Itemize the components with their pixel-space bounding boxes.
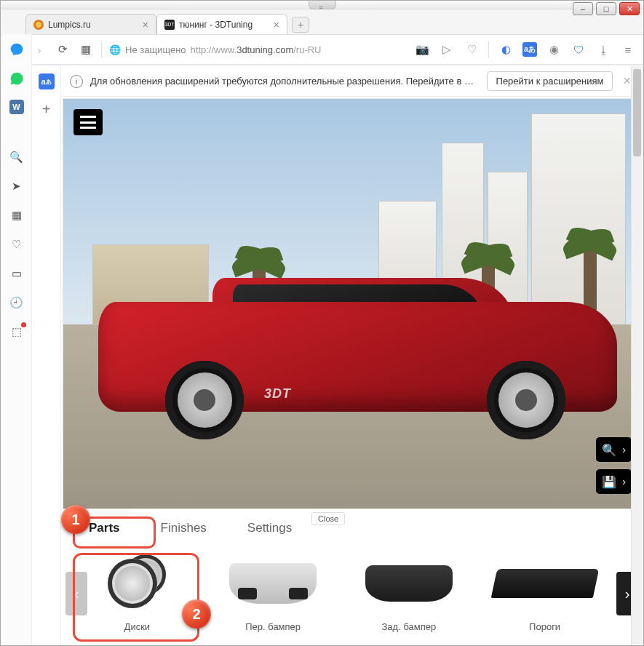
bookmarks-icon[interactable]: ♡: [9, 236, 25, 252]
browser-tabs: Lumpics.ru × 3DT тюнинг - 3DTuning × +: [1, 9, 643, 34]
parts-tabs: Parts Finishes Settings: [68, 509, 643, 543]
adblock-icon[interactable]: 🛡: [571, 41, 587, 57]
translate-icon[interactable]: aあ: [522, 42, 537, 57]
snapshot-icon[interactable]: 📷: [414, 41, 430, 57]
rear-bumper-thumb: [344, 546, 474, 620]
easy-setup-icon[interactable]: ≡: [620, 41, 636, 57]
add-panel-button[interactable]: +: [42, 101, 51, 118]
skirt-thumb: [480, 546, 610, 620]
opera-sidebar: W 🔍 ➤ ▦ ♡ ▭ 🕘 ⬚: [1, 34, 32, 645]
globe-icon: 🌐: [109, 44, 121, 55]
nav-forward-button[interactable]: ›: [31, 41, 47, 57]
part-item-side-skirts[interactable]: Пороги: [479, 546, 611, 637]
speed-dial-icon[interactable]: ▦: [9, 207, 25, 223]
extension-notice-bar: i Для обновления расширений требуются до…: [61, 66, 643, 97]
goto-extensions-button[interactable]: Перейти к расширениям: [487, 71, 613, 91]
page-content: i Для обновления расширений требуются до…: [61, 66, 643, 645]
window-close-button[interactable]: ✕: [619, 2, 640, 15]
close-tooltip: Close: [311, 512, 345, 525]
vk-icon[interactable]: W: [9, 100, 24, 114]
reload-button[interactable]: ⟳: [55, 41, 71, 57]
car-wheel-rear: [487, 361, 565, 439]
whatsapp-icon[interactable]: [9, 71, 25, 87]
callout-1: 1: [61, 505, 90, 534]
address-bar[interactable]: 🌐 Не защищено http://www.3dtuning.com/ru…: [109, 44, 407, 55]
info-icon: i: [70, 75, 83, 88]
part-item-front-bumper[interactable]: Пер. бампер: [207, 546, 339, 637]
car-wheel-front: [165, 361, 244, 439]
vertical-scrollbar[interactable]: [631, 66, 643, 645]
front-bumper-thumb: [208, 546, 338, 620]
opera-menu-handle[interactable]: [309, 1, 336, 9]
part-item-wheels[interactable]: Диски: [71, 546, 203, 637]
security-status: Не защищено: [125, 44, 186, 55]
zoom-in-icon: 🔍: [602, 443, 616, 457]
history-icon[interactable]: 🕘: [9, 295, 25, 311]
toolbar-actions: 📷 ▷ ♡ ◐ aあ ◉ 🛡 ⭳ ≡: [414, 41, 636, 57]
new-tab-button[interactable]: +: [292, 17, 309, 33]
window-maximize-button[interactable]: □: [596, 2, 616, 15]
browser-toolbar: ‹ › ⟳ ▦ 🌐 Не защищено http://www.3dtunin…: [1, 34, 643, 65]
heart-icon[interactable]: ♡: [464, 41, 480, 57]
url-text: http://www.3dtuning.com/ru-RU: [191, 44, 322, 55]
separator: [101, 41, 102, 57]
browser-tab-lumpics[interactable]: Lumpics.ru ×: [25, 14, 156, 34]
tab-finishes[interactable]: Finishes: [140, 514, 227, 543]
notice-text: Для обновления расширений требуются допо…: [90, 76, 480, 87]
favicon-icon: 3DT: [164, 20, 175, 30]
close-icon[interactable]: ×: [274, 19, 279, 31]
search-icon[interactable]: 🔍: [9, 149, 25, 165]
tab-title: Lumpics.ru: [48, 20, 138, 30]
vpn-icon[interactable]: ◐: [498, 41, 514, 57]
save-icon: 💾: [602, 475, 616, 489]
extension-icon[interactable]: ◉: [546, 41, 562, 57]
favicon-icon: [33, 20, 44, 30]
extensions-cube-icon[interactable]: ⬚: [9, 324, 25, 340]
titlebar[interactable]: – □ ✕: [1, 1, 643, 9]
part-label: Пер. бампер: [245, 621, 301, 632]
chevron-right-icon: ›: [622, 476, 626, 487]
parts-carousel: ‹ Диски Пер. бампер Зад. бампер: [61, 543, 643, 645]
viewer-menu-button[interactable]: [73, 109, 103, 135]
carousel-prev-button[interactable]: ‹: [65, 572, 87, 615]
part-item-rear-bumper[interactable]: Зад. бампер: [343, 546, 475, 637]
callout-2: 2: [182, 599, 211, 629]
car-viewer[interactable]: 3DT 🔍 › 💾 ›: [63, 98, 641, 509]
news-icon[interactable]: ▭: [9, 266, 25, 282]
speed-dial-button[interactable]: ▦: [78, 41, 94, 57]
messenger-icon[interactable]: [9, 41, 25, 57]
part-label: Зад. бампер: [382, 621, 437, 632]
part-label: Пороги: [529, 621, 560, 632]
zoom-button[interactable]: 🔍 ›: [596, 437, 632, 462]
translate-badge-icon[interactable]: aあ: [39, 73, 55, 89]
scrollbar-thumb[interactable]: [633, 69, 641, 156]
separator: [488, 41, 489, 57]
page-mini-sidebar: aあ +: [32, 66, 61, 645]
download-icon[interactable]: ⭳: [595, 41, 611, 57]
app-window: – □ ✕ Lumpics.ru × 3DT тюнинг - 3DTuning…: [0, 0, 644, 646]
window-minimize-button[interactable]: –: [573, 2, 593, 15]
part-label: Диски: [124, 621, 151, 632]
browser-tab-3dtuning[interactable]: 3DT тюнинг - 3DTuning ×: [156, 14, 287, 34]
parts-panel: Parts Finishes Settings Close ‹ Диски Пе…: [61, 509, 643, 645]
tab-title: тюнинг - 3DTuning: [179, 20, 269, 30]
watermark-logo: 3DT: [264, 386, 291, 402]
cast-icon[interactable]: ▷: [439, 41, 455, 57]
close-icon[interactable]: ×: [143, 19, 148, 31]
flow-icon[interactable]: ➤: [9, 178, 25, 194]
save-button[interactable]: 💾 ›: [596, 469, 632, 494]
chevron-right-icon: ›: [622, 444, 626, 455]
car-model[interactable]: 3DT: [98, 271, 618, 442]
tab-settings[interactable]: Settings: [227, 514, 312, 543]
